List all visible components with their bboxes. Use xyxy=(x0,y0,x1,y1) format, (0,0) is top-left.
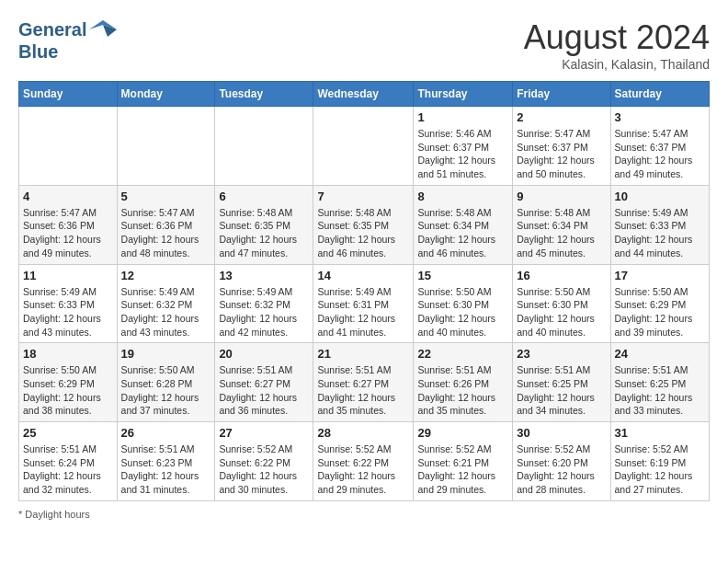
day-number: 29 xyxy=(417,426,508,440)
day-number: 10 xyxy=(615,190,705,203)
logo-text-blue: Blue xyxy=(18,40,58,63)
calendar-week-row: 11Sunrise: 5:49 AM Sunset: 6:33 PM Dayli… xyxy=(19,264,710,343)
footer-note: * Daylight hours xyxy=(18,509,710,520)
day-number: 13 xyxy=(219,269,309,282)
day-info: Sunrise: 5:47 AM Sunset: 6:37 PM Dayligh… xyxy=(615,127,705,181)
day-number: 28 xyxy=(317,426,409,440)
calendar-cell: 8Sunrise: 5:48 AM Sunset: 6:34 PM Daylig… xyxy=(414,185,513,264)
day-number: 8 xyxy=(417,190,508,203)
weekday-header-wednesday: Wednesday xyxy=(313,82,414,107)
day-info: Sunrise: 5:51 AM Sunset: 6:24 PM Dayligh… xyxy=(23,442,113,497)
day-number: 21 xyxy=(317,347,409,361)
day-info: Sunrise: 5:51 AM Sunset: 6:27 PM Dayligh… xyxy=(219,363,309,418)
weekday-header-sunday: Sunday xyxy=(19,82,118,107)
logo-text-general: General xyxy=(18,18,86,40)
day-number: 6 xyxy=(219,190,309,203)
day-number: 22 xyxy=(417,347,508,361)
day-info: Sunrise: 5:50 AM Sunset: 6:29 PM Dayligh… xyxy=(615,285,705,339)
day-info: Sunrise: 5:52 AM Sunset: 6:22 PM Dayligh… xyxy=(317,442,409,497)
day-info: Sunrise: 5:51 AM Sunset: 6:26 PM Dayligh… xyxy=(417,363,508,418)
day-info: Sunrise: 5:51 AM Sunset: 6:25 PM Dayligh… xyxy=(615,363,705,418)
calendar-cell: 24Sunrise: 5:51 AM Sunset: 6:25 PM Dayli… xyxy=(610,343,709,422)
page-header: General Blue August 2024 Kalasin, Kalasi… xyxy=(18,18,710,72)
day-info: Sunrise: 5:52 AM Sunset: 6:21 PM Dayligh… xyxy=(417,442,508,497)
calendar-cell xyxy=(313,107,414,186)
calendar-header-row: SundayMondayTuesdayWednesdayThursdayFrid… xyxy=(19,82,710,107)
day-info: Sunrise: 5:52 AM Sunset: 6:22 PM Dayligh… xyxy=(219,442,309,497)
day-info: Sunrise: 5:50 AM Sunset: 6:28 PM Dayligh… xyxy=(121,363,211,418)
day-number: 12 xyxy=(121,269,211,282)
day-number: 16 xyxy=(517,269,606,282)
calendar-cell: 15Sunrise: 5:50 AM Sunset: 6:30 PM Dayli… xyxy=(414,264,513,343)
weekday-header-saturday: Saturday xyxy=(610,82,709,107)
calendar-cell: 22Sunrise: 5:51 AM Sunset: 6:26 PM Dayli… xyxy=(414,343,513,422)
calendar-cell: 27Sunrise: 5:52 AM Sunset: 6:22 PM Dayli… xyxy=(215,422,313,501)
footer-note-text: Daylight hours xyxy=(25,509,89,520)
day-number: 7 xyxy=(317,190,409,203)
weekday-header-monday: Monday xyxy=(117,82,215,107)
day-info: Sunrise: 5:48 AM Sunset: 6:35 PM Dayligh… xyxy=(219,206,309,260)
day-info: Sunrise: 5:48 AM Sunset: 6:35 PM Dayligh… xyxy=(317,206,409,260)
calendar-cell: 3Sunrise: 5:47 AM Sunset: 6:37 PM Daylig… xyxy=(610,107,709,186)
day-info: Sunrise: 5:49 AM Sunset: 6:33 PM Dayligh… xyxy=(23,285,113,339)
day-info: Sunrise: 5:47 AM Sunset: 6:37 PM Dayligh… xyxy=(517,127,606,181)
logo-container: General Blue xyxy=(18,18,117,63)
day-info: Sunrise: 5:48 AM Sunset: 6:34 PM Dayligh… xyxy=(417,206,508,260)
calendar-cell: 6Sunrise: 5:48 AM Sunset: 6:35 PM Daylig… xyxy=(215,185,313,264)
day-info: Sunrise: 5:51 AM Sunset: 6:25 PM Dayligh… xyxy=(517,363,606,418)
day-number: 26 xyxy=(121,426,211,440)
calendar-cell: 14Sunrise: 5:49 AM Sunset: 6:31 PM Dayli… xyxy=(313,264,414,343)
calendar-cell: 1Sunrise: 5:46 AM Sunset: 6:37 PM Daylig… xyxy=(414,107,513,186)
calendar-cell: 23Sunrise: 5:51 AM Sunset: 6:25 PM Dayli… xyxy=(513,343,610,422)
calendar-cell: 2Sunrise: 5:47 AM Sunset: 6:37 PM Daylig… xyxy=(513,107,610,186)
calendar-cell: 18Sunrise: 5:50 AM Sunset: 6:29 PM Dayli… xyxy=(19,343,118,422)
calendar-cell: 5Sunrise: 5:47 AM Sunset: 6:36 PM Daylig… xyxy=(117,185,215,264)
day-info: Sunrise: 5:48 AM Sunset: 6:34 PM Dayligh… xyxy=(517,206,606,260)
calendar-cell: 21Sunrise: 5:51 AM Sunset: 6:27 PM Dayli… xyxy=(313,343,414,422)
calendar-week-row: 1Sunrise: 5:46 AM Sunset: 6:37 PM Daylig… xyxy=(19,107,710,186)
day-number: 5 xyxy=(121,190,211,203)
calendar-cell: 11Sunrise: 5:49 AM Sunset: 6:33 PM Dayli… xyxy=(19,264,118,343)
day-number: 27 xyxy=(219,426,309,440)
day-number: 30 xyxy=(517,426,606,440)
calendar-cell: 25Sunrise: 5:51 AM Sunset: 6:24 PM Dayli… xyxy=(19,422,118,501)
calendar-cell: 17Sunrise: 5:50 AM Sunset: 6:29 PM Dayli… xyxy=(610,264,709,343)
calendar-cell: 29Sunrise: 5:52 AM Sunset: 6:21 PM Dayli… xyxy=(414,422,513,501)
weekday-header-tuesday: Tuesday xyxy=(215,82,313,107)
day-number: 2 xyxy=(517,110,606,124)
day-number: 19 xyxy=(121,347,211,361)
calendar-cell: 4Sunrise: 5:47 AM Sunset: 6:36 PM Daylig… xyxy=(19,185,118,264)
day-number: 24 xyxy=(615,347,705,361)
location: Kalasin, Kalasin, Thailand xyxy=(524,57,710,72)
weekday-header-friday: Friday xyxy=(513,82,610,107)
day-info: Sunrise: 5:49 AM Sunset: 6:32 PM Dayligh… xyxy=(121,285,211,339)
logo: General Blue xyxy=(18,18,117,63)
day-number: 4 xyxy=(23,190,113,203)
month-year: August 2024 xyxy=(524,18,710,57)
day-number: 1 xyxy=(417,110,508,124)
calendar-week-row: 18Sunrise: 5:50 AM Sunset: 6:29 PM Dayli… xyxy=(19,343,710,422)
day-info: Sunrise: 5:50 AM Sunset: 6:29 PM Dayligh… xyxy=(23,363,113,418)
day-number: 14 xyxy=(317,269,409,282)
day-number: 17 xyxy=(615,269,705,282)
day-number: 3 xyxy=(615,110,705,124)
calendar-cell: 12Sunrise: 5:49 AM Sunset: 6:32 PM Dayli… xyxy=(117,264,215,343)
calendar-cell: 26Sunrise: 5:51 AM Sunset: 6:23 PM Dayli… xyxy=(117,422,215,501)
day-number: 15 xyxy=(417,269,508,282)
day-number: 20 xyxy=(219,347,309,361)
day-info: Sunrise: 5:47 AM Sunset: 6:36 PM Dayligh… xyxy=(121,206,211,260)
day-info: Sunrise: 5:47 AM Sunset: 6:36 PM Dayligh… xyxy=(23,206,113,260)
calendar-cell: 9Sunrise: 5:48 AM Sunset: 6:34 PM Daylig… xyxy=(513,185,610,264)
calendar-cell: 20Sunrise: 5:51 AM Sunset: 6:27 PM Dayli… xyxy=(215,343,313,422)
day-number: 23 xyxy=(517,347,606,361)
calendar-cell: 13Sunrise: 5:49 AM Sunset: 6:32 PM Dayli… xyxy=(215,264,313,343)
calendar-week-row: 25Sunrise: 5:51 AM Sunset: 6:24 PM Dayli… xyxy=(19,422,710,501)
day-info: Sunrise: 5:52 AM Sunset: 6:19 PM Dayligh… xyxy=(615,442,705,497)
day-info: Sunrise: 5:50 AM Sunset: 6:30 PM Dayligh… xyxy=(417,285,508,339)
day-number: 31 xyxy=(615,426,705,440)
calendar-cell: 7Sunrise: 5:48 AM Sunset: 6:35 PM Daylig… xyxy=(313,185,414,264)
calendar-cell: 16Sunrise: 5:50 AM Sunset: 6:30 PM Dayli… xyxy=(513,264,610,343)
day-info: Sunrise: 5:46 AM Sunset: 6:37 PM Dayligh… xyxy=(417,127,508,181)
calendar-cell: 30Sunrise: 5:52 AM Sunset: 6:20 PM Dayli… xyxy=(513,422,610,501)
day-info: Sunrise: 5:49 AM Sunset: 6:31 PM Dayligh… xyxy=(317,285,409,339)
